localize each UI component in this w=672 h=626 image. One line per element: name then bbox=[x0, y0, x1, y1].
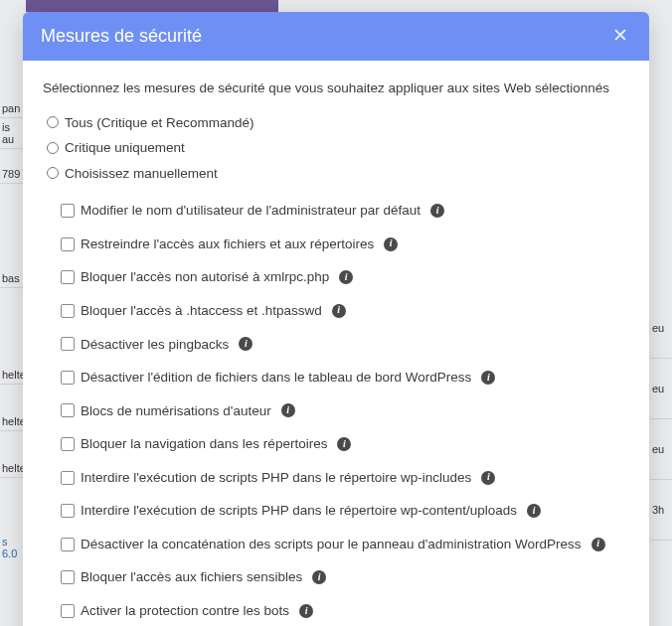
modal-body: Sélectionnez les mesures de sécurité que… bbox=[23, 61, 649, 626]
checkbox-input[interactable] bbox=[61, 604, 75, 618]
scope-radio-group: Tous (Critique et Recommandé) Critique u… bbox=[47, 110, 629, 187]
measure-bot-protection[interactable]: Activer la protection contre les bots i bbox=[61, 594, 629, 626]
checkbox-label: Bloquer l'accès à .htaccess et .htpasswd bbox=[81, 301, 322, 321]
info-icon[interactable]: i bbox=[481, 371, 495, 385]
checkbox-input[interactable] bbox=[61, 337, 75, 351]
info-icon[interactable]: i bbox=[527, 504, 541, 518]
checkbox-label: Activer la protection contre les bots bbox=[81, 601, 289, 621]
modal-backdrop: Mesures de sécurité Sélectionnez les mes… bbox=[0, 0, 672, 626]
measure-sensitive-files[interactable]: Bloquer l'accès aux fichiers sensibles i bbox=[61, 560, 629, 594]
checkbox-input[interactable] bbox=[61, 437, 75, 451]
checkbox-label: Blocs de numérisations d'auteur bbox=[81, 401, 271, 421]
measure-pingbacks[interactable]: Désactiver les pingbacks i bbox=[61, 328, 629, 362]
info-icon[interactable]: i bbox=[332, 304, 346, 318]
radio-label: Critique uniquement bbox=[65, 138, 185, 158]
checkbox-label: Désactiver la concaténation des scripts … bbox=[81, 535, 582, 554]
modal-title: Mesures de sécurité bbox=[41, 26, 202, 47]
measure-php-uploads[interactable]: Interdire l'exécution de scripts PHP dan… bbox=[61, 494, 629, 528]
radio-input[interactable] bbox=[47, 142, 59, 154]
checkbox-input[interactable] bbox=[61, 237, 75, 251]
radio-critical[interactable]: Critique uniquement bbox=[47, 135, 629, 161]
radio-label: Choisissez manuellement bbox=[65, 164, 218, 184]
info-icon[interactable]: i bbox=[312, 570, 326, 584]
checkbox-input[interactable] bbox=[61, 403, 75, 417]
measure-script-concat[interactable]: Désactiver la concaténation des scripts … bbox=[61, 528, 629, 561]
checkbox-label: Bloquer la navigation dans les répertoir… bbox=[81, 434, 327, 454]
info-icon[interactable]: i bbox=[239, 337, 252, 351]
security-measures-modal: Mesures de sécurité Sélectionnez les mes… bbox=[23, 12, 649, 626]
info-icon[interactable]: i bbox=[337, 437, 351, 451]
checkbox-label: Désactiver l'édition de fichiers dans le… bbox=[81, 368, 471, 388]
checkbox-label: Modifier le nom d'utilisateur de l'admin… bbox=[81, 201, 420, 221]
measure-xmlrpc[interactable]: Bloquer l'accès non autorisé à xmlrpc.ph… bbox=[61, 260, 629, 294]
close-icon[interactable] bbox=[613, 28, 631, 46]
measure-file-edit[interactable]: Désactiver l'édition de fichiers dans le… bbox=[61, 361, 629, 394]
radio-all[interactable]: Tous (Critique et Recommandé) bbox=[47, 110, 629, 136]
measure-dir-browsing[interactable]: Bloquer la navigation dans les répertoir… bbox=[61, 427, 629, 461]
checkbox-input[interactable] bbox=[61, 304, 75, 318]
info-icon[interactable]: i bbox=[591, 538, 605, 551]
radio-manual[interactable]: Choisissez manuellement bbox=[47, 161, 629, 187]
checkbox-label: Bloquer l'accès non autorisé à xmlrpc.ph… bbox=[81, 267, 329, 287]
modal-header: Mesures de sécurité bbox=[23, 12, 649, 61]
checkbox-input[interactable] bbox=[61, 570, 75, 584]
measures-checkbox-group: Modifier le nom d'utilisateur de l'admin… bbox=[61, 194, 629, 626]
checkbox-label: Bloquer l'accès aux fichiers sensibles bbox=[81, 567, 302, 587]
radio-input[interactable] bbox=[47, 167, 59, 179]
radio-label: Tous (Critique et Recommandé) bbox=[65, 113, 254, 133]
checkbox-input[interactable] bbox=[61, 371, 75, 385]
measure-restrict-files[interactable]: Restreindre l'accès aux fichiers et aux … bbox=[61, 228, 629, 261]
info-icon[interactable]: i bbox=[384, 237, 398, 251]
checkbox-input[interactable] bbox=[61, 270, 75, 284]
checkbox-input[interactable] bbox=[61, 504, 75, 518]
info-icon[interactable]: i bbox=[481, 471, 495, 485]
info-icon[interactable]: i bbox=[299, 604, 313, 618]
checkbox-label: Interdire l'exécution de scripts PHP dan… bbox=[81, 468, 471, 488]
checkbox-input[interactable] bbox=[61, 204, 75, 218]
checkbox-label: Restreindre l'accès aux fichiers et aux … bbox=[81, 235, 374, 254]
checkbox-label: Désactiver les pingbacks bbox=[81, 335, 229, 355]
measure-htaccess[interactable]: Bloquer l'accès à .htaccess et .htpasswd… bbox=[61, 294, 629, 328]
checkbox-label: Interdire l'exécution de scripts PHP dan… bbox=[81, 501, 517, 521]
measure-author-scan[interactable]: Blocs de numérisations d'auteur i bbox=[61, 394, 629, 428]
intro-text: Sélectionnez les mesures de sécurité que… bbox=[43, 78, 629, 98]
info-icon[interactable]: i bbox=[281, 403, 295, 417]
checkbox-input[interactable] bbox=[61, 471, 75, 485]
measure-php-wpincludes[interactable]: Interdire l'exécution de scripts PHP dan… bbox=[61, 461, 629, 495]
measure-admin-username[interactable]: Modifier le nom d'utilisateur de l'admin… bbox=[61, 194, 629, 228]
info-icon[interactable]: i bbox=[339, 270, 353, 284]
checkbox-input[interactable] bbox=[61, 538, 75, 551]
radio-input[interactable] bbox=[47, 116, 59, 128]
info-icon[interactable]: i bbox=[430, 204, 444, 218]
